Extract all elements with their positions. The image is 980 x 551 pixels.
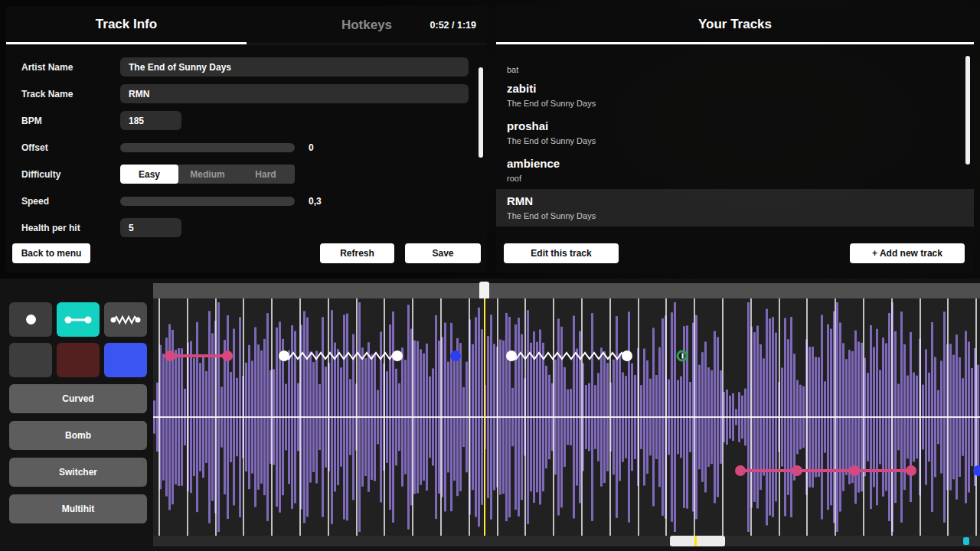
track-artist: bat: [507, 65, 974, 74]
track-list-item[interactable]: bat: [496, 52, 974, 77]
speed-value: 0,3: [309, 196, 322, 207]
minimap-end-marker: [963, 537, 969, 545]
zigzag-node[interactable]: [622, 350, 632, 361]
difficulty-segmented: Easy Medium Hard: [120, 165, 295, 184]
back-to-menu-button[interactable]: Back to menu: [12, 243, 90, 263]
minimap-viewport[interactable]: [670, 536, 725, 546]
tap-note-tool-button[interactable]: [9, 302, 52, 337]
track-artist: The End of Sunny Days: [507, 136, 974, 145]
offset-label: Offset: [21, 142, 120, 153]
form-row-track: Track Name: [21, 80, 487, 107]
your-tracks-scrollbar[interactable]: [965, 56, 970, 165]
pink-slider-body[interactable]: [740, 469, 913, 472]
your-tracks-title: Your Tracks: [496, 6, 974, 44]
track-name: RMN: [507, 194, 974, 207]
difficulty-hard-button[interactable]: Hard: [237, 165, 295, 184]
notes-layer: [153, 298, 980, 536]
note-tool-palette: Curved Bomb Switcher Multihit: [9, 302, 147, 523]
zigzag-note-icon: [110, 315, 141, 325]
time-display: 0:52 / 1:19: [430, 6, 476, 44]
track-name: proshai: [507, 119, 974, 132]
track-artist: The End of Sunny Days: [507, 211, 974, 220]
switch-note-green[interactable]: [677, 350, 688, 362]
zigzag-slider-body[interactable]: [511, 350, 627, 361]
app-root: Track Info Hotkeys 0:52 / 1:19 Artist Na…: [0, 0, 980, 551]
pink-slider-body[interactable]: [170, 354, 227, 357]
zigzag-node[interactable]: [506, 350, 517, 361]
multihit-tool-button[interactable]: Multihit: [9, 494, 147, 523]
track-info-header: Track Info Hotkeys 0:52 / 1:19: [6, 6, 487, 44]
difficulty-medium-button[interactable]: Medium: [178, 165, 237, 184]
slider-note-icon: [64, 315, 92, 324]
form-row-bpm: BPM: [21, 107, 487, 134]
timeline: [153, 283, 980, 551]
form-row-artist: Artist Name: [21, 54, 487, 80]
form-row-speed: Speed 0,3: [21, 187, 487, 214]
color-swatch-gray-button[interactable]: [9, 343, 52, 377]
pink-slider-node[interactable]: [849, 465, 860, 476]
pink-slider-node[interactable]: [222, 350, 233, 361]
track-artist: The End of Sunny Days: [507, 99, 974, 108]
minimap-scrollbar[interactable]: [153, 536, 980, 546]
bpm-label: BPM: [21, 116, 120, 126]
switcher-tool-button[interactable]: Switcher: [9, 458, 147, 487]
curved-tool-button[interactable]: Curved: [9, 384, 147, 413]
track-name-input[interactable]: [120, 84, 469, 103]
pink-slider-node[interactable]: [906, 465, 916, 476]
track-name-label: Track Name: [21, 89, 120, 99]
note-type-row: [9, 302, 147, 337]
health-label: Health per hit: [21, 223, 120, 233]
edit-track-button[interactable]: Edit this track: [504, 243, 619, 263]
artist-label: Artist Name: [21, 62, 120, 73]
bomb-tool-button[interactable]: Bomb: [9, 421, 147, 450]
beatmap-editor: Curved Bomb Switcher Multihit: [0, 279, 980, 551]
scrub-marker[interactable]: [479, 282, 489, 300]
health-input[interactable]: [120, 218, 181, 237]
add-track-button[interactable]: + Add new track: [850, 243, 965, 263]
bpm-input[interactable]: [120, 111, 181, 130]
save-button[interactable]: Save: [405, 243, 481, 263]
refresh-button[interactable]: Refresh: [320, 243, 394, 263]
pink-slider-node[interactable]: [735, 465, 746, 476]
track-name: zabiti: [507, 82, 974, 95]
difficulty-label: Difficulty: [21, 169, 120, 180]
speed-label: Speed: [21, 196, 120, 207]
waveform-area[interactable]: [153, 298, 980, 536]
note-color-row: [9, 343, 147, 377]
tab-track-info[interactable]: Track Info: [6, 6, 247, 44]
tap-note-blue[interactable]: [450, 350, 461, 361]
track-list-item[interactable]: proshai The End of Sunny Days: [496, 114, 974, 152]
slider-note-tool-button-selected[interactable]: [57, 302, 100, 337]
your-tracks-panel: Your Tracks bat zabiti The End of Sunny …: [496, 6, 974, 272]
artist-input[interactable]: [120, 57, 469, 77]
offset-value: 0: [309, 142, 314, 153]
zigzag-slider-body[interactable]: [284, 350, 397, 361]
track-info-panel: Track Info Hotkeys 0:52 / 1:19 Artist Na…: [6, 6, 487, 272]
color-swatch-blue-button[interactable]: [104, 343, 147, 377]
track-artist: roof: [507, 174, 974, 183]
zigzag-node[interactable]: [392, 350, 403, 361]
track-list-item[interactable]: zabiti The End of Sunny Days: [496, 77, 974, 114]
zigzag-node[interactable]: [279, 350, 289, 361]
track-list-item-selected[interactable]: RMN The End of Sunny Days: [496, 189, 974, 227]
scrub-bar[interactable]: [153, 283, 980, 298]
pink-slider-node[interactable]: [165, 350, 175, 361]
pink-slider-node[interactable]: [792, 465, 802, 476]
tap-note-blue[interactable]: [973, 465, 980, 476]
form-row-offset: Offset 0: [21, 134, 487, 161]
track-list-item[interactable]: ambience roof: [496, 152, 974, 189]
minimap-playhead-tick: [694, 536, 697, 546]
form-row-difficulty: Difficulty Easy Medium Hard: [21, 161, 487, 187]
zigzag-note-tool-button[interactable]: [104, 302, 147, 337]
track-info-scrollbar[interactable]: [479, 67, 483, 158]
color-swatch-red-button[interactable]: [57, 343, 100, 377]
tracks-list: bat zabiti The End of Sunny Days proshai…: [496, 44, 974, 227]
track-info-form: Artist Name Track Name BPM Offset 0 Diff…: [6, 44, 487, 241]
speed-slider[interactable]: [120, 197, 295, 206]
tap-note-icon: [26, 315, 36, 324]
form-row-health: Health per hit: [21, 214, 487, 241]
track-name: ambience: [507, 157, 974, 170]
difficulty-easy-button[interactable]: Easy: [120, 165, 178, 184]
offset-slider[interactable]: [120, 143, 295, 152]
